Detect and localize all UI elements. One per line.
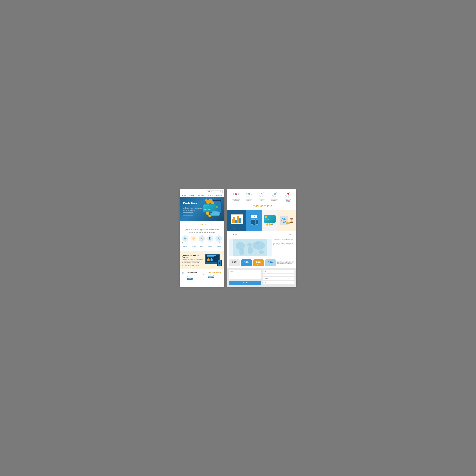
strategy-icon-left: 🔍 [182, 272, 186, 275]
effective-strategy-title: Effective Strategy [187, 272, 201, 273]
svg-text:📍: 📍 [245, 247, 247, 248]
about-section: About Us Ut enim ad minim veniam, quis n… [180, 221, 224, 251]
nav-item-solutions[interactable]: SOLUTIONS [187, 195, 197, 196]
top-icon-col-2: 🔧 Duis aute irure dolor in reprehenderit… [257, 192, 266, 202]
name-field[interactable] [263, 273, 294, 276]
email-field[interactable] [263, 270, 294, 273]
stat-label-3: mi/an [266, 264, 275, 265]
optimization-text: Optimization on Other Devices Lorem ipsu… [182, 255, 204, 266]
stats-description: Lorem ipsum dolor sit ut consectetur adi… [277, 259, 294, 266]
svg-text:📍: 📍 [257, 243, 258, 244]
join-now-button[interactable]: JOIN NOW [183, 213, 193, 216]
image-grid: 3,14 7345 8901 4471 JOHN SMITT [227, 210, 296, 231]
contact-left: Join Now! [229, 270, 261, 285]
strategy-icon-right: 📈 [203, 272, 206, 275]
left-search-bar[interactable]: 🔍 [207, 190, 222, 193]
phone-field[interactable] [263, 281, 294, 284]
stat-percent-2: 28% [254, 261, 263, 264]
svg-text:📍: 📍 [250, 242, 252, 244]
credit-card-visual: 7345 8901 4471 JOHN SMITT [264, 215, 275, 222]
main-container: 🔍 HOME | SOLUTIONS | SERVICES | CONTACTS… [180, 189, 296, 287]
top-icon-col-1: 🛡️ Lorem ipsum dolor sit amet consectetu… [245, 192, 253, 202]
bill-decoration [211, 211, 220, 215]
safe-box [280, 216, 288, 225]
img-cell-calculator: 3,14 [246, 210, 262, 231]
about-icon-4: 🔧 [216, 235, 222, 242]
surname-field[interactable] [263, 277, 294, 280]
about-title: About Us [182, 223, 222, 226]
svg-point-1 [236, 242, 245, 250]
svg-point-5 [253, 241, 265, 250]
about-icon-3: 💱 [207, 235, 213, 242]
sign-in-left-button[interactable]: Sign In [187, 278, 193, 280]
read-more-link-3[interactable]: read more [207, 246, 214, 247]
right-panel: 🎯 Ut enim ad minim veniam quis nostrud e… [227, 189, 296, 287]
svg-text:📍: 📍 [260, 250, 262, 251]
left-search-input[interactable] [208, 191, 220, 192]
top-icon-4: ⏰ [285, 192, 290, 197]
join-now-button[interactable]: Join Now! [229, 281, 261, 285]
stat-bubble-0: 39% dolor sit [229, 259, 240, 266]
stats-section: 39% dolor sit 18% lorem 28% ipsum 15% mi… [227, 258, 296, 268]
map-area: 📍 📍 📍 📍 📍 📍 [229, 239, 272, 256]
left-nav: HOME | SOLUTIONS | SERVICES | CONTACTS |… [180, 194, 224, 197]
icon-col-4: 🔧 Ut enim ad minim veniam quis nostrud r… [216, 235, 222, 247]
stat-bubble-1: 18% lorem [241, 259, 252, 266]
stat-label-2: ipsum [254, 264, 263, 265]
stat-percent-3: 15% [266, 261, 275, 264]
stat-bubble-3: 15% mi/an [265, 259, 276, 266]
nav-item-services[interactable]: SERVICES [197, 195, 205, 196]
nav-item-home[interactable]: HOME [181, 195, 187, 196]
top-icon-col-4: ⏰ Nemo enim ipsam voluptatem quia volupt… [283, 192, 292, 202]
left-header: 🔍 [180, 189, 224, 194]
right-search-bar[interactable]: 🔍 [231, 232, 293, 236]
about-divider [199, 227, 205, 227]
svg-text:📍: 📍 [239, 243, 241, 245]
read-more-title[interactable]: Read More Info [230, 204, 294, 208]
read-more-link-4[interactable]: read more [216, 246, 222, 247]
right-search-input[interactable] [233, 234, 289, 235]
small-coin [269, 223, 271, 225]
effective-strategy-col: 🔍 Effective Strategy Ut enim ad minim ve… [182, 272, 201, 280]
contact-right [263, 270, 294, 285]
world-map: 📍 📍 📍 📍 📍 📍 [229, 239, 272, 256]
stat-percent-1: 18% [242, 261, 251, 264]
map-text: Lorem ipsum dolor sit amet consectetur a… [273, 239, 294, 256]
top-icon-1: 🛡️ [246, 192, 252, 197]
top-icon-col-0: 🎯 Ut enim ad minim veniam quis nostrud e… [232, 192, 240, 202]
left-panel: 🔍 HOME | SOLUTIONS | SERVICES | CONTACTS… [180, 189, 224, 287]
rapid-growth-title: Rapid Growth Company [208, 272, 222, 273]
strategy-text-right: Rapid Growth Company Lorem ipsum dolor s… [208, 272, 222, 278]
about-icons-row: ⚙️ Ut enim ad minim veniam quis nostrud … [182, 235, 222, 247]
hero-section: Web Pay Excepteur sint occaecat cupidata… [180, 197, 224, 221]
img-cell-creditcard: 7345 8901 4471 JOHN SMITT [262, 210, 277, 231]
img-cell-chart [227, 210, 246, 231]
effective-strategy-desc: Ut enim ad minim veniam, quis nostrud ex… [187, 273, 201, 277]
icon-col-2: ✏️ Lorem ipsum dolor sit amet consectetu… [199, 235, 205, 247]
about-icon-1: 🐷 [190, 235, 197, 242]
nav-item-contacts[interactable]: CONTACTS [205, 195, 214, 196]
contact-section: Join Now! [227, 268, 296, 287]
comments-field[interactable] [229, 270, 261, 279]
svg-point-4 [248, 246, 253, 254]
read-more-section: Read More Info [227, 203, 296, 210]
devices-illustration: 📱 [205, 254, 222, 267]
search-icon: 🔍 [220, 191, 221, 192]
read-more-link-1[interactable]: read more [190, 246, 197, 247]
search-icon-right: 🔍 [289, 233, 291, 235]
nav-item-about[interactable]: ABOUT US [215, 195, 223, 196]
top-icon-0: 🎯 [233, 192, 239, 197]
about-icon-0: ⚙️ [182, 235, 188, 242]
about-text: Ut enim ad minim veniam, quis nostrud ex… [184, 228, 220, 234]
read-more-link-2[interactable]: read more [199, 246, 205, 247]
sign-in-right-button[interactable]: Sign In [208, 276, 214, 278]
map-section: 📍 📍 📍 📍 📍 📍 Lorem ipsum dolor sit amet c… [227, 237, 296, 258]
search-area-right: 🔍 [227, 231, 296, 237]
top-icon-2: 🔧 [259, 192, 264, 197]
stat-bubble-2: 28% ipsum [253, 259, 264, 266]
icon-col-1: 🐷 Duis aute irure dolor in reprehenderit… [190, 235, 197, 247]
read-more-link-0[interactable]: read more [182, 246, 189, 247]
icon-col-0: ⚙️ Ut enim ad minim veniam quis nostrud … [182, 235, 189, 247]
top-icons-row: 🎯 Ut enim ad minim veniam quis nostrud e… [227, 189, 296, 203]
stat-percent-0: 39% [230, 261, 239, 264]
